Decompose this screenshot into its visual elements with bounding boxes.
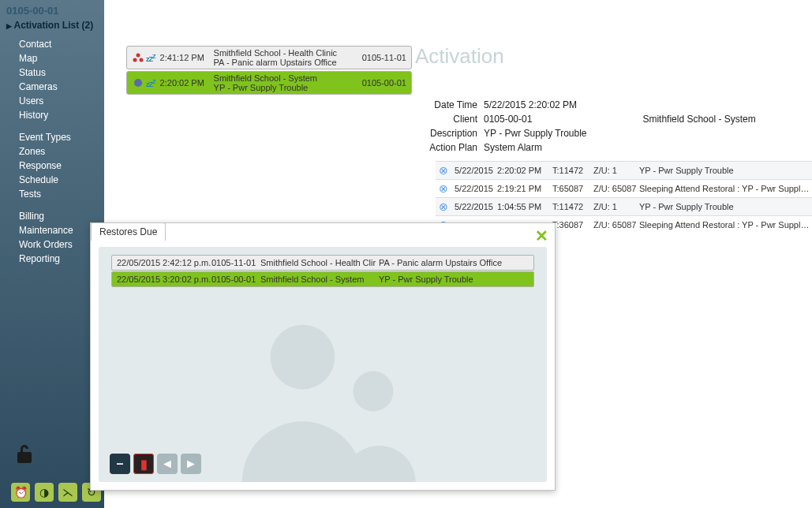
delete-button[interactable]: ▮	[133, 454, 154, 474]
nav-tests[interactable]: Tests	[6, 187, 104, 201]
nav-schedule[interactable]: Schedule	[6, 173, 104, 187]
client-label: Client	[425, 114, 484, 125]
rss-icon[interactable]: ⋋	[58, 483, 77, 502]
nav-event-types[interactable]: Event Types	[6, 130, 104, 144]
event-zu: Z/U: 1	[593, 202, 639, 211]
event-zu: Z/U: 65087	[593, 220, 639, 230]
event-time: 2:20:02 PM	[497, 166, 552, 175]
event-row[interactable]: ⊗5/22/20152:19:21 PMT:65087Z/U: 65087Sle…	[436, 179, 812, 197]
nav-cameras[interactable]: Cameras	[6, 80, 104, 94]
restore-desc: PA - Panic alarm Upstairs Office	[379, 258, 529, 267]
alarm-list: zZZ2:41:12 PMSmithfield School - Health …	[126, 46, 412, 96]
alarm-date: 0105-11-01	[359, 53, 406, 62]
shield-icon[interactable]: ◑	[35, 483, 54, 502]
event-row[interactable]: ⊗5/22/20152:20:02 PMT:11472Z/U: 1YP - Pw…	[436, 161, 812, 179]
restore-row[interactable]: 22/05/2015 3:20:02 p.m.0105-00-01Smithfi…	[111, 271, 534, 287]
description-label: Description	[425, 128, 484, 139]
client-name-value: Smithfield School - System	[532, 114, 755, 125]
event-t: T:11472	[552, 202, 593, 211]
svg-point-4	[271, 325, 335, 390]
nav-map[interactable]: Map	[6, 51, 104, 65]
restore-id: 0105-00-01	[211, 275, 260, 284]
svg-point-0	[137, 54, 140, 58]
clock-icon[interactable]: ⏰	[11, 483, 30, 502]
restore-row[interactable]: 22/05/2015 2:42:12 p.m.0105-11-01Smithfi…	[111, 255, 534, 271]
modal-body: 22/05/2015 2:42:12 p.m.0105-11-01Smithfi…	[99, 247, 547, 482]
event-icon: ⊗	[437, 200, 450, 213]
close-icon[interactable]: ✕	[535, 226, 548, 245]
restores-due-modal: Restores Due ✕ 22/05/2015 2:42:12 p.m.01…	[90, 222, 556, 491]
datetime-label: Date Time	[425, 99, 484, 110]
nav-history[interactable]: History	[6, 108, 104, 122]
alarm-time: 2:41:12 PM	[160, 53, 214, 62]
biohazard-icon	[132, 52, 144, 63]
svg-point-2	[140, 58, 144, 62]
client-id-value: 0105-00-01	[484, 114, 532, 125]
nav-response[interactable]: Response	[6, 159, 104, 173]
sidebar: 0105-00-01 Activation List (2) ContactMa…	[0, 0, 104, 508]
activation-list-header[interactable]: Activation List (2)	[6, 20, 104, 31]
minimize-button[interactable]: –	[110, 454, 130, 474]
event-t: T:36087	[552, 220, 593, 230]
alarm-row[interactable]: zZZ2:20:02 PMSmithfield School - SystemY…	[126, 71, 412, 95]
event-desc: YP - Pwr Supply Trouble	[639, 166, 810, 175]
event-desc: YP - Pwr Supply Trouble	[639, 202, 810, 211]
next-button[interactable]: ►	[181, 454, 201, 474]
modal-buttons: – ▮ ◄ ►	[110, 454, 201, 474]
page-title: Activation List	[109, 3, 245, 28]
alarm-text: Smithfield School - SystemYP - Pwr Suppl…	[214, 73, 359, 92]
event-date: 5/22/2015	[450, 202, 497, 211]
event-t: T:65087	[552, 184, 593, 193]
restore-site: Smithfield School - Health Clir	[260, 258, 379, 267]
modal-tab[interactable]: Restores Due	[91, 222, 166, 241]
client-id[interactable]: 0105-00-01	[6, 5, 104, 17]
event-desc: Sleeping Attend Restoral : YP - Pwr Supp…	[639, 184, 810, 193]
description-value: YP - Pwr Supply Trouble	[484, 128, 587, 139]
zzz-icon: zZZ	[146, 53, 155, 63]
svg-point-5	[353, 371, 393, 411]
restore-desc: YP - Pwr Supply Trouble	[379, 275, 529, 284]
nav-status[interactable]: Status	[6, 65, 104, 80]
datetime-value: 5/22/2015 2:20:02 PM	[484, 99, 577, 110]
alarm-date: 0105-00-01	[359, 78, 406, 88]
event-date: 5/22/2015	[450, 166, 497, 175]
bottom-toolbar: ⏰ ◑ ⋋ ↻	[11, 483, 101, 502]
nav-zones[interactable]: Zones	[6, 144, 104, 159]
activation-details: Date Time5/22/2015 2:20:02 PM Client0105…	[425, 99, 756, 156]
restore-id: 0105-11-01	[211, 258, 260, 267]
event-icon: ⊗	[437, 182, 450, 195]
alert-icon	[132, 77, 144, 88]
restore-site: Smithfield School - System	[260, 275, 379, 284]
zzz-icon: zZZ	[146, 78, 155, 88]
nav-contact[interactable]: Contact	[6, 37, 104, 51]
svg-point-3	[134, 79, 142, 87]
nav-billing[interactable]: Billing	[6, 209, 104, 223]
event-date: 5/22/2015	[450, 184, 497, 193]
alarm-text: Smithfield School - Health ClinicPA - Pa…	[214, 48, 359, 67]
restore-datetime: 22/05/2015 3:20:02 p.m.	[117, 275, 211, 284]
svg-point-1	[133, 58, 137, 62]
event-t: T:11472	[552, 166, 593, 175]
event-zu: Z/U: 1	[593, 166, 639, 175]
restores-list: 22/05/2015 2:42:12 p.m.0105-11-01Smithfi…	[111, 255, 534, 288]
activation-heading: Activation	[415, 44, 504, 69]
event-zu: Z/U: 65087	[593, 184, 639, 193]
event-desc: Sleeping Attend Restoral : YP - Pwr Supp…	[639, 220, 810, 230]
actionplan-label: Action Plan	[425, 142, 484, 153]
restore-datetime: 22/05/2015 2:42:12 p.m.	[117, 258, 211, 267]
actionplan-value: System Alarm	[484, 142, 542, 153]
alarm-row[interactable]: zZZ2:41:12 PMSmithfield School - Health …	[126, 46, 412, 69]
event-icon: ⊗	[437, 164, 450, 177]
nav-users[interactable]: Users	[6, 94, 104, 108]
prev-button[interactable]: ◄	[157, 454, 178, 474]
event-time: 1:04:55 PM	[497, 202, 552, 211]
alarm-time: 2:20:02 PM	[160, 78, 214, 88]
event-row[interactable]: ⊗5/22/20151:04:55 PMT:11472Z/U: 1YP - Pw…	[436, 197, 812, 215]
unlock-icon[interactable]	[16, 443, 35, 470]
event-time: 2:19:21 PM	[497, 184, 552, 193]
